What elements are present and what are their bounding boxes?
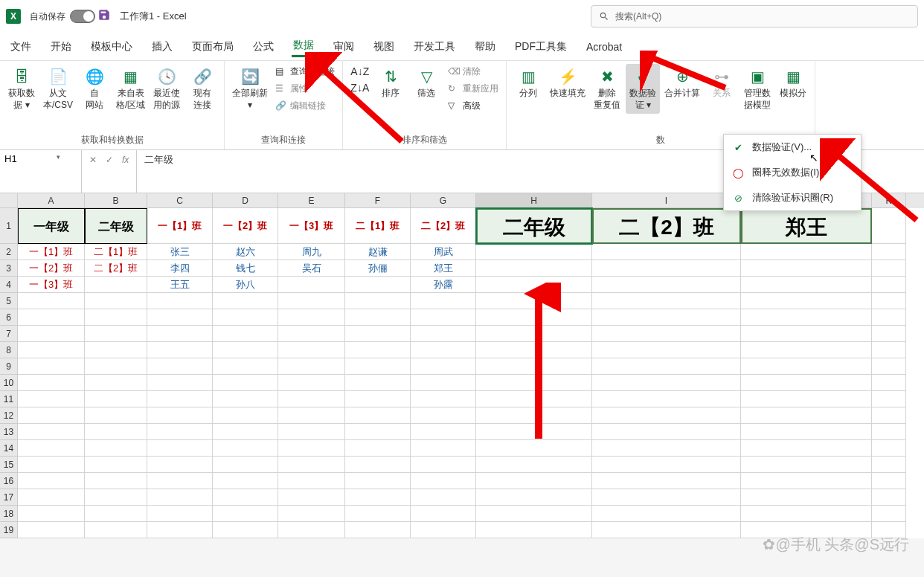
cell-B12[interactable] xyxy=(85,407,147,424)
cell-D11[interactable] xyxy=(213,391,278,407)
from-table-button[interactable]: ▦来自表 格/区域 xyxy=(113,64,148,114)
name-box[interactable]: ▾ xyxy=(0,150,82,193)
cell-C9[interactable] xyxy=(147,358,213,375)
col-header-I[interactable]: I xyxy=(592,193,741,208)
col-header-K[interactable]: K xyxy=(872,193,906,208)
menu-help[interactable]: 帮助 xyxy=(473,37,497,57)
cell-C6[interactable] xyxy=(147,309,213,326)
cell-H3[interactable] xyxy=(476,260,592,277)
cell-G17[interactable] xyxy=(411,489,476,506)
cell-B5[interactable] xyxy=(85,293,147,309)
filter-button[interactable]: ▽筛选 xyxy=(409,64,443,103)
cell-D17[interactable] xyxy=(213,489,278,506)
cell-H18[interactable] xyxy=(476,506,592,522)
cell-B19[interactable] xyxy=(85,522,147,538)
refresh-all-button[interactable]: 🔄全部刷新 ▾ xyxy=(229,64,271,114)
col-header-F[interactable]: F xyxy=(345,193,411,208)
menu-file[interactable]: 文件 xyxy=(9,37,33,57)
cell-K12[interactable] xyxy=(872,407,906,424)
menu-dev[interactable]: 开发工具 xyxy=(412,37,457,57)
menu-data[interactable]: 数据 xyxy=(292,36,315,57)
existing-conn-button[interactable]: 🔗现有 连接 xyxy=(185,64,219,114)
cell-C7[interactable] xyxy=(147,326,213,342)
row-header[interactable]: 9 xyxy=(0,358,18,375)
chevron-down-icon[interactable]: ▾ xyxy=(57,153,60,161)
menu-pdf[interactable]: PDF工具集 xyxy=(513,37,568,57)
cell-B11[interactable] xyxy=(85,391,147,407)
cell-F11[interactable] xyxy=(345,391,411,407)
col-header-D[interactable]: D xyxy=(213,193,278,208)
cell-E13[interactable] xyxy=(278,424,345,440)
row-header[interactable]: 3 xyxy=(0,260,18,277)
sort-button[interactable]: ⇅排序 xyxy=(373,64,408,103)
cell-E1[interactable]: 一【3】班 xyxy=(278,208,345,244)
cell-F4[interactable] xyxy=(345,277,411,293)
cell-I11[interactable] xyxy=(592,391,741,407)
search-input[interactable]: 搜索(Alt+Q) xyxy=(591,5,918,28)
cell-D15[interactable] xyxy=(213,457,278,473)
cell-D8[interactable] xyxy=(213,342,278,358)
cell-B10[interactable] xyxy=(85,375,147,391)
cell-K1[interactable] xyxy=(872,208,906,244)
cell-C3[interactable]: 李四 xyxy=(147,260,213,277)
cell-F1[interactable]: 二【1】班 xyxy=(345,208,411,244)
cell-D13[interactable] xyxy=(213,424,278,440)
cell-K3[interactable] xyxy=(872,260,906,277)
cell-F2[interactable]: 赵谦 xyxy=(345,244,411,260)
cell-F19[interactable] xyxy=(345,522,411,538)
cell-H4[interactable] xyxy=(476,277,592,293)
cell-F9[interactable] xyxy=(345,358,411,375)
save-icon[interactable] xyxy=(97,8,111,25)
cell-I8[interactable] xyxy=(592,342,741,358)
cell-K5[interactable] xyxy=(872,293,906,309)
cell-G9[interactable] xyxy=(411,358,476,375)
row-header[interactable]: 17 xyxy=(0,489,18,506)
cell-G15[interactable] xyxy=(411,457,476,473)
cell-G4[interactable]: 孙露 xyxy=(411,277,476,293)
cell-J16[interactable] xyxy=(741,473,872,489)
text-to-columns-button[interactable]: ▥分列 xyxy=(511,64,545,103)
cell-C17[interactable] xyxy=(147,489,213,506)
cell-E2[interactable]: 周九 xyxy=(278,244,345,260)
cell-B7[interactable] xyxy=(85,326,147,342)
fx-icon[interactable]: fx xyxy=(119,153,132,167)
cell-F13[interactable] xyxy=(345,424,411,440)
row-header[interactable]: 2 xyxy=(0,244,18,260)
cell-K16[interactable] xyxy=(872,473,906,489)
cell-H5[interactable] xyxy=(476,293,592,309)
cell-G6[interactable] xyxy=(411,309,476,326)
cell-G10[interactable] xyxy=(411,375,476,391)
cell-A13[interactable] xyxy=(18,424,85,440)
cell-I10[interactable] xyxy=(592,375,741,391)
spreadsheet-grid[interactable]: ABCDEFGHIJK 1一年级二年级一【1】班一【2】班一【3】班二【1】班二… xyxy=(0,193,924,538)
cell-B16[interactable] xyxy=(85,473,147,489)
cell-D14[interactable] xyxy=(213,440,278,457)
queries-button[interactable]: ▤查询和连接 xyxy=(272,64,338,80)
cell-I3[interactable] xyxy=(592,260,741,277)
cell-E17[interactable] xyxy=(278,489,345,506)
grid-body[interactable]: 1一年级二年级一【1】班一【2】班一【3】班二【1】班二【2】班二年级▾二【2】… xyxy=(0,208,924,538)
cell-K13[interactable] xyxy=(872,424,906,440)
cell-F7[interactable] xyxy=(345,326,411,342)
cell-K11[interactable] xyxy=(872,391,906,407)
cell-I17[interactable] xyxy=(592,489,741,506)
row-header[interactable]: 19 xyxy=(0,522,18,538)
cell-E5[interactable] xyxy=(278,293,345,309)
cell-B17[interactable] xyxy=(85,489,147,506)
cell-C13[interactable] xyxy=(147,424,213,440)
cell-F18[interactable] xyxy=(345,506,411,522)
cell-H11[interactable] xyxy=(476,391,592,407)
cell-D19[interactable] xyxy=(213,522,278,538)
cell-A12[interactable] xyxy=(18,407,85,424)
row-header[interactable]: 5 xyxy=(0,293,18,309)
cell-F17[interactable] xyxy=(345,489,411,506)
cell-A1[interactable]: 一年级 xyxy=(18,208,85,244)
cell-I4[interactable] xyxy=(592,277,741,293)
cell-J11[interactable] xyxy=(741,391,872,407)
menu-home[interactable]: 开始 xyxy=(49,37,73,57)
cell-K9[interactable] xyxy=(872,358,906,375)
cell-J15[interactable] xyxy=(741,457,872,473)
cell-I12[interactable] xyxy=(592,407,741,424)
cell-C18[interactable] xyxy=(147,506,213,522)
cell-C2[interactable]: 张三 xyxy=(147,244,213,260)
